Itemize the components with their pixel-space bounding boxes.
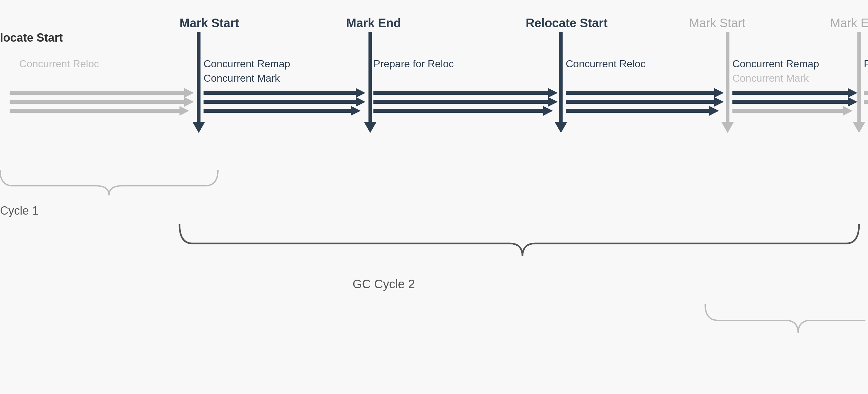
svg-text:Mark End: Mark End	[830, 17, 868, 30]
svg-text:Cycle 1: Cycle 1	[0, 204, 38, 217]
svg-text:Concurrent Mark: Concurrent Mark	[204, 72, 280, 84]
svg-text:Concurrent Reloc: Concurrent Reloc	[566, 58, 646, 69]
svg-text:Relocate Start: Relocate Start	[526, 17, 608, 30]
svg-text:Prepare for Reloc: Prepare for Reloc	[373, 58, 454, 69]
svg-text:GC Cycle 2: GC Cycle 2	[352, 277, 415, 291]
svg-marker-41	[543, 106, 553, 116]
svg-text:locate Start: locate Start	[0, 31, 63, 44]
svg-text:Concurrent Reloc: Concurrent Reloc	[19, 58, 99, 69]
svg-marker-8	[721, 122, 734, 133]
svg-marker-35	[351, 106, 361, 116]
svg-text:Concurrent Remap: Concurrent Remap	[204, 58, 290, 69]
svg-marker-6	[555, 122, 567, 133]
svg-marker-2	[192, 122, 205, 133]
svg-marker-47	[709, 106, 719, 116]
svg-marker-4	[364, 122, 377, 133]
svg-text:Concurrent Remap: Concurrent Remap	[733, 58, 819, 69]
svg-marker-10	[852, 122, 865, 133]
svg-text:Concurrent Mark: Concurrent Mark	[733, 72, 809, 84]
gc-cycle-diagram: locate Start Mark Start Mark End Relocat…	[0, 0, 868, 394]
svg-marker-51	[848, 97, 858, 107]
svg-marker-37	[548, 88, 558, 98]
svg-marker-49	[848, 88, 858, 98]
svg-text:Mark End: Mark End	[346, 17, 401, 30]
svg-text:Prepa: Prepa	[864, 58, 868, 69]
svg-text:Mark Start: Mark Start	[689, 17, 746, 30]
svg-marker-25	[184, 88, 194, 98]
svg-text:Mark Start: Mark Start	[180, 17, 239, 30]
svg-marker-43	[714, 88, 724, 98]
svg-marker-45	[714, 97, 724, 107]
svg-marker-31	[356, 88, 365, 98]
svg-marker-53	[843, 106, 852, 116]
svg-marker-27	[184, 97, 194, 107]
svg-marker-39	[548, 97, 558, 107]
svg-marker-29	[180, 106, 189, 116]
svg-marker-33	[356, 97, 365, 107]
